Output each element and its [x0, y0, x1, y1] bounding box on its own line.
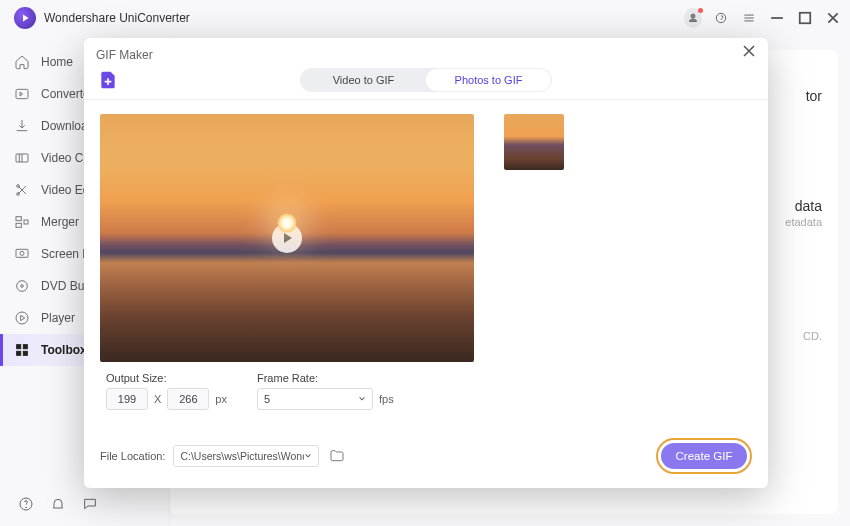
sidebar-bottom — [0, 496, 98, 516]
svg-rect-7 — [16, 223, 21, 227]
file-location-label: File Location: — [100, 450, 165, 462]
px-unit: px — [215, 393, 227, 405]
feedback-icon[interactable] — [82, 496, 98, 516]
sidebar-item-label: Toolbox — [41, 343, 87, 357]
create-gif-button[interactable]: Create GIF — [661, 443, 747, 469]
preview-image — [100, 114, 474, 362]
svg-point-0 — [716, 13, 725, 22]
close-icon[interactable] — [742, 44, 758, 60]
add-file-icon[interactable] — [98, 69, 120, 91]
open-folder-icon[interactable] — [329, 448, 345, 464]
app-logo — [14, 7, 36, 29]
account-icon[interactable] — [684, 9, 702, 27]
bg-text: CD. — [803, 330, 822, 342]
sidebar-item-label: Merger — [41, 215, 79, 229]
svg-point-19 — [26, 507, 27, 508]
sidebar-item-label: Player — [41, 311, 75, 325]
svg-point-11 — [17, 281, 28, 292]
output-size-label: Output Size: — [106, 372, 227, 384]
maximize-button[interactable] — [796, 9, 814, 27]
svg-rect-6 — [16, 217, 21, 221]
svg-rect-16 — [17, 351, 21, 355]
height-input[interactable] — [167, 388, 209, 410]
svg-point-12 — [21, 285, 24, 288]
app-title: Wondershare UniConverter — [44, 11, 190, 25]
svg-rect-9 — [16, 249, 28, 257]
create-gif-highlight: Create GIF — [656, 438, 752, 474]
minimize-button[interactable] — [768, 9, 786, 27]
tab-video-to-gif[interactable]: Video to GIF — [301, 69, 426, 91]
dialog-title: GIF Maker — [96, 48, 153, 62]
sidebar-item-label: Home — [41, 55, 73, 69]
bg-text: etadata — [785, 216, 822, 228]
svg-point-10 — [20, 251, 24, 255]
mode-toggle: Video to GIF Photos to GIF — [300, 68, 552, 92]
svg-rect-17 — [23, 351, 27, 355]
bg-text: data — [795, 198, 822, 214]
svg-rect-1 — [800, 13, 811, 24]
svg-point-13 — [16, 312, 28, 324]
bell-icon[interactable] — [50, 496, 66, 516]
svg-rect-15 — [23, 345, 27, 349]
tab-photos-to-gif[interactable]: Photos to GIF — [426, 69, 551, 91]
file-location-select[interactable]: C:\Users\ws\Pictures\Wonders — [173, 445, 319, 467]
fps-unit: fps — [379, 393, 394, 405]
play-button[interactable] — [272, 223, 302, 253]
titlebar: Wondershare UniConverter — [0, 0, 850, 36]
menu-icon[interactable] — [740, 9, 758, 27]
width-input[interactable] — [106, 388, 148, 410]
support-icon[interactable] — [712, 9, 730, 27]
svg-rect-8 — [24, 220, 28, 224]
x-separator: X — [154, 393, 161, 405]
bg-text: tor — [806, 88, 822, 104]
svg-rect-14 — [17, 345, 21, 349]
close-button[interactable] — [824, 9, 842, 27]
gif-maker-dialog: GIF Maker Video to GIF Photos to GIF Out… — [84, 38, 768, 488]
frame-rate-select[interactable]: 5 — [257, 388, 373, 410]
thumbnail[interactable] — [504, 114, 564, 170]
frame-rate-label: Frame Rate: — [257, 372, 394, 384]
help-icon[interactable] — [18, 496, 34, 516]
